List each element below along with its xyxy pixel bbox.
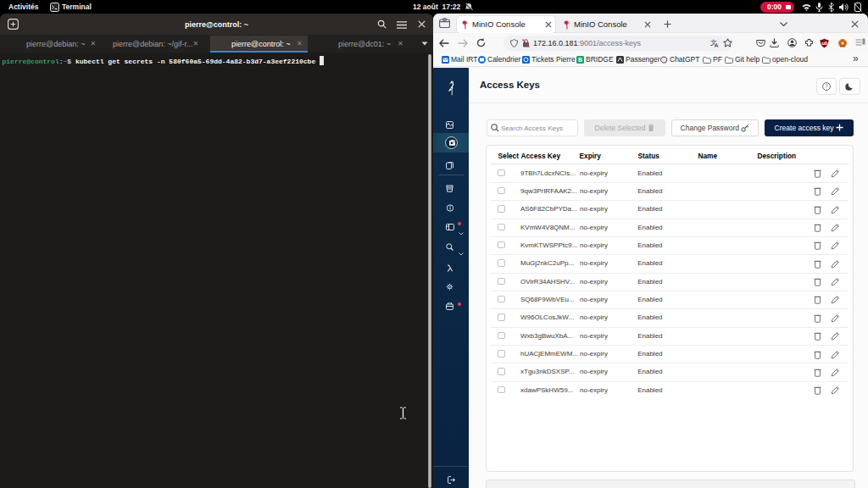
svg-text:B: B: [578, 57, 582, 63]
svg-text:A: A: [715, 42, 719, 47]
svg-text:u0: u0: [821, 41, 828, 46]
svg-text:?: ?: [825, 83, 828, 89]
